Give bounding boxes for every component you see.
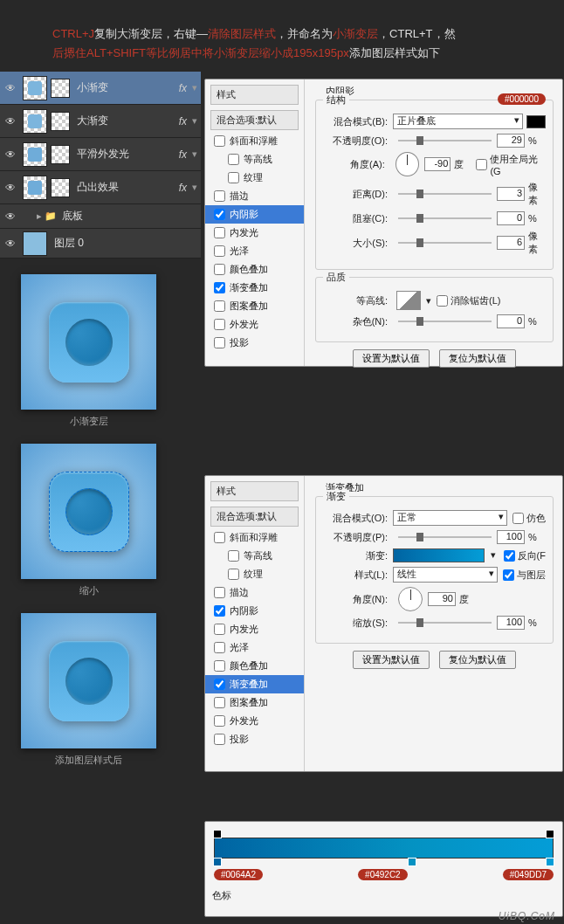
reset-default-button[interactable]: 复位为默认值 xyxy=(439,651,516,669)
chevron-right-icon[interactable]: ▸ 📁 xyxy=(37,210,57,222)
color-stop[interactable] xyxy=(408,858,416,866)
style-stroke[interactable]: 描边 xyxy=(205,583,304,602)
opacity-stop[interactable] xyxy=(546,830,554,838)
layer-name[interactable]: 凸出效果 xyxy=(72,180,174,195)
layer-thumb[interactable] xyxy=(23,231,47,256)
reverse-checkbox[interactable] xyxy=(504,550,515,562)
size-input[interactable]: 6 xyxy=(497,236,525,250)
fx-badge[interactable]: fx xyxy=(174,82,192,94)
noise-input[interactable]: 0 xyxy=(497,314,525,328)
layer-row-selected[interactable]: 👁 小渐变 fx▾ xyxy=(0,72,201,105)
reset-default-button[interactable]: 复位为默认值 xyxy=(439,349,516,368)
visibility-icon[interactable]: 👁 xyxy=(0,82,21,94)
style-texture[interactable]: 纹理 xyxy=(205,565,304,583)
layer-thumb[interactable] xyxy=(23,109,47,134)
checkbox[interactable] xyxy=(214,190,225,202)
style-outer-glow[interactable]: 外发光 xyxy=(205,315,304,334)
style-drop-shadow[interactable]: 投影 xyxy=(205,334,304,352)
angle-input[interactable]: -90 xyxy=(424,157,451,171)
checkbox[interactable] xyxy=(214,734,225,745)
checkbox[interactable] xyxy=(214,697,225,708)
fx-badge[interactable]: fx xyxy=(174,182,192,194)
style-contour[interactable]: 等高线 xyxy=(205,150,304,169)
gradient-picker[interactable] xyxy=(393,548,485,562)
style-color-overlay[interactable]: 颜色叠加 xyxy=(205,657,304,675)
style-inner-glow[interactable]: 内发光 xyxy=(205,224,304,242)
checkbox[interactable] xyxy=(214,605,225,617)
checkbox[interactable] xyxy=(214,679,225,690)
mask-thumb[interactable] xyxy=(51,112,70,131)
style-grad-overlay[interactable]: 渐变叠加 xyxy=(205,279,304,297)
style-pattern-overlay[interactable]: 图案叠加 xyxy=(205,693,304,712)
size-slider[interactable] xyxy=(398,242,492,244)
color-stop[interactable] xyxy=(546,858,554,866)
style-drop-shadow[interactable]: 投影 xyxy=(205,730,304,748)
layer-thumb[interactable] xyxy=(23,142,47,167)
checkbox[interactable] xyxy=(214,337,225,348)
opacity-input[interactable]: 100 xyxy=(497,530,525,544)
antialias-checkbox[interactable] xyxy=(437,295,448,307)
checkbox[interactable] xyxy=(214,209,225,220)
color-stop[interactable] xyxy=(213,858,222,866)
layer-row[interactable]: 👁 凸出效果 fx▾ xyxy=(0,171,201,204)
style-contour[interactable]: 等高线 xyxy=(205,547,304,565)
layer-name[interactable]: 底板 xyxy=(57,209,201,224)
color-swatch[interactable] xyxy=(526,115,546,128)
noise-slider[interactable] xyxy=(398,321,492,322)
layer-row[interactable]: 👁 大渐变 fx▾ xyxy=(0,105,201,138)
checkbox[interactable] xyxy=(214,227,225,238)
style-select[interactable]: 线性 xyxy=(393,567,498,583)
style-grad-overlay[interactable]: 渐变叠加 xyxy=(205,675,304,693)
style-color-overlay[interactable]: 颜色叠加 xyxy=(205,260,304,279)
checkbox[interactable] xyxy=(228,550,239,562)
checkbox[interactable] xyxy=(214,624,225,635)
opacity-slider[interactable] xyxy=(398,140,492,141)
choke-input[interactable]: 0 xyxy=(497,211,525,225)
fx-badge[interactable]: fx xyxy=(174,148,192,161)
checkbox[interactable] xyxy=(228,569,239,580)
style-stroke[interactable]: 描边 xyxy=(205,187,304,205)
scale-input[interactable]: 100 xyxy=(497,616,525,630)
distance-input[interactable]: 3 xyxy=(497,187,525,201)
checkbox[interactable] xyxy=(214,282,225,293)
opacity-input[interactable]: 29 xyxy=(497,134,525,148)
chevron-down-icon[interactable]: ▾ xyxy=(192,82,201,93)
checkbox[interactable] xyxy=(214,300,225,312)
style-inner-shadow[interactable]: 内阴影 xyxy=(205,205,304,224)
make-default-button[interactable]: 设置为默认值 xyxy=(353,349,430,368)
gradient-strip[interactable] xyxy=(214,838,554,858)
dither-checkbox[interactable] xyxy=(512,513,524,524)
blend-options[interactable]: 混合选项:默认 xyxy=(210,110,299,130)
scale-slider[interactable] xyxy=(398,622,492,624)
chevron-down-icon[interactable]: ▾ xyxy=(192,148,201,160)
mask-thumb[interactable] xyxy=(51,145,70,164)
visibility-icon[interactable]: 👁 xyxy=(0,238,21,250)
checkbox[interactable] xyxy=(214,715,225,727)
choke-slider[interactable] xyxy=(398,217,492,219)
mask-thumb[interactable] xyxy=(51,178,70,197)
angle-wheel[interactable] xyxy=(398,587,423,611)
layer-name[interactable]: 平滑外发光 xyxy=(72,147,174,162)
make-default-button[interactable]: 设置为默认值 xyxy=(353,651,430,669)
style-texture[interactable]: 纹理 xyxy=(205,169,304,187)
layer-thumb[interactable] xyxy=(23,176,47,200)
visibility-icon[interactable]: 👁 xyxy=(0,210,21,223)
distance-slider[interactable] xyxy=(398,193,492,195)
blend-options[interactable]: 混合选项:默认 xyxy=(210,507,299,527)
mask-thumb[interactable] xyxy=(51,79,70,98)
style-pattern-overlay[interactable]: 图案叠加 xyxy=(205,297,304,315)
contour-picker[interactable] xyxy=(396,291,421,310)
layer-name[interactable]: 小渐变 xyxy=(72,80,174,95)
visibility-icon[interactable]: 👁 xyxy=(0,182,21,194)
style-inner-glow[interactable]: 内发光 xyxy=(205,620,304,638)
checkbox[interactable] xyxy=(228,172,239,183)
checkbox[interactable] xyxy=(214,135,225,147)
layer-row[interactable]: 👁 图层 0 xyxy=(0,229,201,259)
checkbox[interactable] xyxy=(228,154,239,165)
checkbox[interactable] xyxy=(214,532,225,543)
visibility-icon[interactable]: 👁 xyxy=(0,115,21,128)
style-satin[interactable]: 光泽 xyxy=(205,242,304,260)
style-outer-glow[interactable]: 外发光 xyxy=(205,712,304,730)
chevron-down-icon[interactable]: ▾ xyxy=(192,182,201,193)
checkbox[interactable] xyxy=(214,642,225,653)
